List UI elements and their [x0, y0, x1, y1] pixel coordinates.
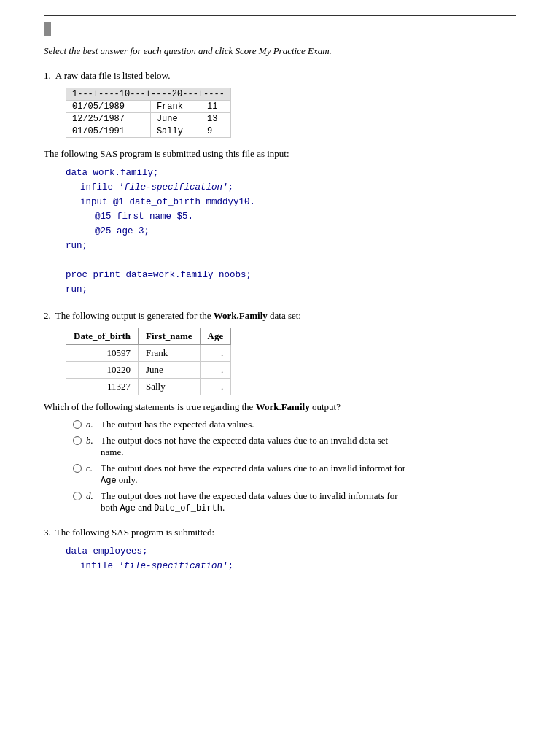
text-a: The output has the expected data values. [101, 419, 254, 430]
question-1-header: 1. A raw data file is listed below. [44, 70, 516, 82]
answer-c: c. The output does not have the expected… [73, 462, 516, 486]
raw-data-header-row: 1---+----10---+----20---+---- [66, 88, 231, 101]
raw-cell: 01/05/1989 [66, 101, 151, 113]
code-line: @25 age 3; [95, 224, 516, 239]
radio-a[interactable] [73, 420, 82, 429]
cell-age: . [200, 345, 231, 362]
question-3: 3. The following SAS program is submitte… [44, 527, 516, 573]
code-dob: Date_of_birth [154, 503, 222, 514]
raw-data-row: 12/25/1987 June 13 [66, 113, 231, 125]
text-c: The output does not have the expected da… [101, 462, 407, 486]
q2-text-part1: The following output is generated for th… [55, 310, 211, 321]
answer-b: b. The output does not have the expected… [73, 435, 516, 458]
code-line: run; [66, 239, 516, 253]
q2-bold: Work.Family [214, 310, 268, 321]
code-line: run; [66, 282, 516, 297]
raw-data-row: 01/05/1991 Sally 9 [66, 125, 231, 138]
code-spacer [66, 253, 516, 268]
answer-a: a. The output has the expected data valu… [73, 419, 516, 430]
question-3-header: 3. The following SAS program is submitte… [44, 527, 516, 538]
letter-b: b. [86, 435, 96, 446]
raw-cell: Sally [150, 125, 201, 138]
top-divider [44, 15, 516, 16]
cell-name: Frank [139, 345, 201, 362]
radio-c[interactable] [73, 464, 82, 473]
sas-code-block-1: data work.family; infile 'file-specifica… [66, 166, 516, 297]
radio-b[interactable] [73, 436, 82, 445]
cell-date: 10220 [66, 362, 139, 379]
code-age2: Age [120, 503, 136, 514]
bookmark-icon [44, 22, 51, 36]
code-line: @15 first_name $5. [95, 209, 516, 224]
answers-block: a. The output has the expected data valu… [73, 419, 516, 514]
code-line: input @1 date_of_birth mmddyy10. [80, 195, 516, 209]
letter-a: a. [86, 419, 96, 430]
code-age: Age [101, 476, 117, 486]
output-row: 10597 Frank . [66, 345, 231, 362]
cell-name: Sally [139, 379, 201, 395]
raw-cell: 9 [201, 125, 230, 138]
q3-number: 3. [44, 527, 51, 538]
q2-text-part2: data set: [270, 310, 301, 321]
which-statement: Which of the following statements is tru… [44, 401, 516, 413]
col-first-name: First_name [139, 328, 201, 345]
cell-date: 11327 [66, 379, 139, 395]
col-age: Age [200, 328, 231, 345]
q2-number: 2. [44, 310, 51, 322]
raw-cell: 01/05/1991 [66, 125, 151, 138]
code-line: data work.family; [66, 166, 516, 180]
output-row: 11327 Sally . [66, 379, 231, 395]
letter-d: d. [86, 490, 96, 502]
question-2-header: 2. The following output is generated for… [44, 310, 516, 322]
code-line: infile 'file-specification'; [80, 180, 516, 195]
text-d: The output does not have the expected da… [101, 490, 407, 514]
raw-cell: 13 [201, 113, 230, 125]
cell-age: . [200, 362, 231, 379]
col-date-of-birth: Date_of_birth [66, 328, 139, 345]
output-header-row: Date_of_birth First_name Age [66, 328, 231, 345]
code-line: proc print data=work.family noobs; [66, 268, 516, 282]
cell-name: June [139, 362, 201, 379]
sas-code-block-2: data employees; infile 'file-specificati… [66, 544, 516, 573]
raw-data-ruler: 1---+----10---+----20---+---- [66, 88, 231, 101]
raw-data-table: 1---+----10---+----20---+---- 01/05/1989… [66, 88, 231, 138]
raw-cell: 11 [201, 101, 230, 113]
which-bold: Work.Family [256, 401, 310, 412]
raw-cell: 12/25/1987 [66, 113, 151, 125]
code-line: infile 'file-specification'; [80, 559, 516, 573]
radio-d[interactable] [73, 492, 82, 500]
instruction-text: Select the best answer for each question… [44, 45, 516, 57]
raw-cell: Frank [150, 101, 201, 113]
output-row: 10220 June . [66, 362, 231, 379]
cell-date: 10597 [66, 345, 139, 362]
q1-paragraph: The following SAS program is submitted u… [44, 148, 516, 160]
raw-cell: June [150, 113, 201, 125]
code-line: data employees; [66, 544, 516, 559]
q2-text: The following output is generated for th… [55, 310, 301, 322]
question-1: 1. A raw data file is listed below. 1---… [44, 70, 516, 297]
raw-data-row: 01/05/1989 Frank 11 [66, 101, 231, 113]
q1-number: 1. [44, 70, 51, 82]
text-b: The output does not have the expected da… [101, 435, 407, 458]
letter-c: c. [86, 462, 96, 474]
cell-age: . [200, 379, 231, 395]
output-table: Date_of_birth First_name Age 10597 Frank… [66, 328, 231, 395]
question-2: 2. The following output is generated for… [44, 310, 516, 514]
q1-text: A raw data file is listed below. [55, 70, 171, 82]
q3-text: The following SAS program is submitted: [55, 527, 214, 538]
answer-d: d. The output does not have the expected… [73, 490, 516, 514]
